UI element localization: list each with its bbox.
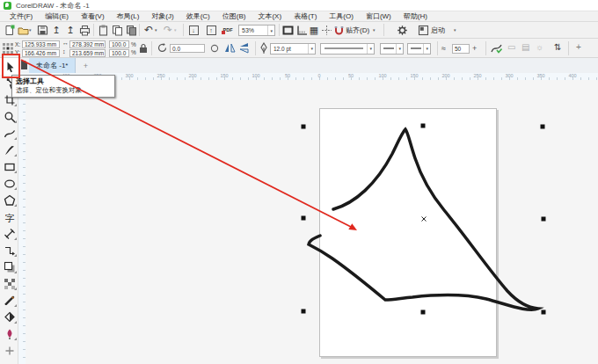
menu-bar: 文件(F)编辑(E)查看(V)布局(L)对象(J)效果(C)位图(B)文本(X)… [0,11,598,22]
chevron-down-icon[interactable]: ▾ [308,44,315,54]
menu-item-9[interactable]: 表格(T) [288,11,323,22]
chevron-down-icon[interactable]: ▾ [373,27,376,33]
tool-rectangle[interactable] [0,158,18,175]
tool-ellipse[interactable] [0,175,18,192]
show-grid-icon[interactable]: ▦ [308,24,320,36]
rotation-icon [157,42,168,54]
customize-plus-icon[interactable]: + [576,42,581,52]
full-screen-preview-icon[interactable] [281,24,294,36]
document-tab[interactable]: 未命名 -1* [29,58,76,73]
tool-smart-fill[interactable] [0,325,18,342]
show-rulers-icon[interactable] [295,24,308,36]
snap-button[interactable]: 贴齐(D) [346,25,369,35]
title-bar: CorelDRAW - 未命名 -1 [0,0,598,11]
reorder-icon[interactable]: ⇅ [554,42,561,52]
tool-text[interactable]: 字 [0,208,18,225]
tool-transparency[interactable] [0,275,18,292]
y-position-field[interactable]: 166.426 mm [22,49,60,57]
menu-item-10[interactable]: 工具(O) [323,11,360,22]
arrowhead-preview [383,47,394,50]
mirror-vertical-icon[interactable] [238,42,250,54]
page[interactable] [319,108,497,357]
chevron-down-icon[interactable]: ▾ [454,27,456,33]
width-field[interactable]: 278.392 mm [69,40,106,48]
menu-item-7[interactable]: 位图(B) [216,11,252,22]
outline-width-combo[interactable]: 12.0 pt ▾ [270,43,316,55]
menu-item-12[interactable]: 帮助(H) [397,11,434,22]
chevron-down-icon[interactable]: ▾ [423,44,430,54]
effects-icon[interactable]: ☼ [536,42,543,52]
convert-to-curves-icon[interactable] [491,42,502,54]
tool-shadow[interactable] [0,258,18,275]
smoothing-stepper[interactable]: 50 [452,44,470,54]
open-from-cloud-icon[interactable]: ↥ [64,24,77,36]
scale-h-field[interactable]: 100.0 [109,40,129,48]
copy-icon[interactable] [111,24,123,36]
rotation-field[interactable]: 0.0 [170,44,205,53]
ruler-label: 100 [378,73,386,78]
line-style-combo[interactable]: ▾ [320,43,375,55]
tool-zoom[interactable] [0,108,18,125]
tool-polygon[interactable] [0,192,18,208]
publish-pdf-icon[interactable]: PDF [222,24,234,36]
smoothing-icon: ≈ [441,44,446,53]
zoom-level-combo[interactable]: 53% ▾ [238,25,275,36]
menu-item-3[interactable]: 查看(V) [75,11,111,22]
menu-item-11[interactable]: 窗口(W) [360,11,397,22]
chevron-down-icon[interactable]: ▾ [155,27,157,33]
outline-width-value: 12.0 pt [273,46,291,52]
new-document-icon[interactable] [3,24,15,36]
percent-label: % [131,49,136,55]
object-height-icon: ↕ [62,48,66,55]
print-icon[interactable] [78,24,91,36]
show-guidelines-icon[interactable] [320,24,332,36]
undo-icon[interactable]: ↶ [142,24,155,36]
document-tab-bar: 未命名 -1* + [18,58,598,73]
save-to-cloud-icon[interactable]: ↥ [50,24,62,36]
menu-item-6[interactable]: 效果(C) [180,11,216,22]
chevron-down-icon[interactable]: ▾ [174,27,177,33]
end-arrowhead-combo[interactable]: ▾ [407,43,431,55]
menu-item-5[interactable]: 对象(J) [145,11,179,22]
import-icon[interactable]: ↓ [187,24,200,36]
tool-artistic-media[interactable] [0,142,18,158]
arrowhead-preview [411,47,421,50]
chevron-down-icon[interactable]: ▾ [29,27,32,33]
launch-icon[interactable] [417,24,429,36]
chevron-down-icon[interactable]: ▾ [367,44,374,54]
options-gear-icon[interactable] [396,24,408,36]
tool-connector[interactable] [0,242,18,258]
redo-icon[interactable]: ↷ [162,24,174,36]
height-field[interactable]: 213.659 mm [69,49,106,57]
ruler-label: 300 [505,73,513,78]
menu-item-2[interactable]: 编辑(E) [39,11,75,22]
new-document-tab-button[interactable]: + [79,58,91,73]
tool-parallel-dimension[interactable] [0,225,18,242]
scale-v-field[interactable]: 100.0 [109,49,129,57]
ruler-label: 150 [410,73,418,78]
duplicate-icon[interactable] [125,24,137,36]
tool-freehand[interactable] [0,125,18,142]
open-icon[interactable] [17,24,29,36]
snap-icon[interactable] [332,24,345,36]
launch-button[interactable]: 启动 [431,25,445,35]
chevron-down-icon[interactable]: ▾ [396,44,403,54]
chevron-down-icon[interactable]: ▾ [267,25,274,35]
export-icon[interactable]: ↑ [205,24,217,36]
menu-item-8[interactable]: 文本(X) [252,11,288,22]
tool-interactive-fill[interactable] [0,309,18,325]
lock-ratio-icon[interactable] [139,43,148,54]
save-icon[interactable] [36,24,48,36]
start-arrowhead-combo[interactable]: ▾ [380,43,404,55]
tool-color-eyedropper[interactable] [0,292,18,309]
wrap-text-icon[interactable]: ▤ [521,42,529,52]
stepper-plus-icon[interactable]: + [472,44,477,53]
more-tools-button[interactable] [0,342,18,359]
menu-item-1[interactable]: 文件(F) [4,11,39,22]
mirror-horizontal-icon[interactable] [224,42,236,54]
paste-icon[interactable] [97,24,109,36]
close-curve-icon[interactable]: ▭ [507,42,515,52]
x-position-field[interactable]: 125.933 mm [22,40,60,48]
menu-item-4[interactable]: 布局(L) [111,11,146,22]
drawing-canvas[interactable] [26,80,598,364]
